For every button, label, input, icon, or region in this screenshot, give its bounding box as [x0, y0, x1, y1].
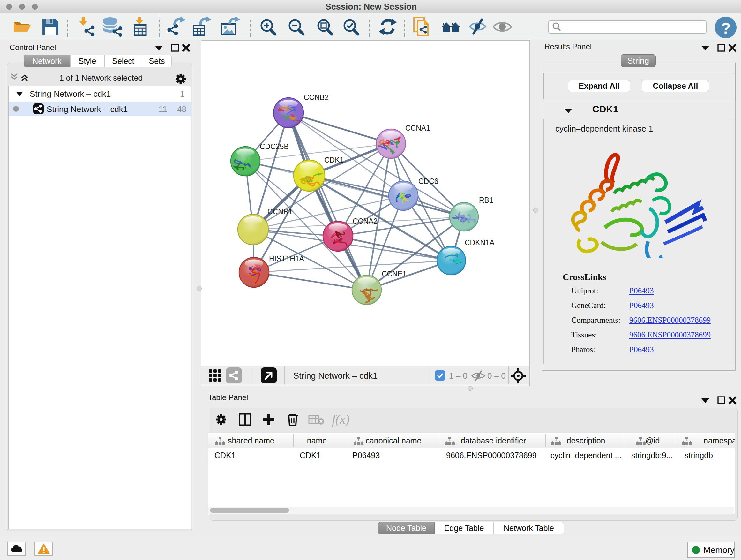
- svg-text:CDC6: CDC6: [418, 177, 439, 186]
- svg-text:HIST1H1A: HIST1H1A: [269, 254, 305, 263]
- svg-text:CCNA1: CCNA1: [405, 124, 430, 132]
- svg-text:CDC25B: CDC25B: [260, 142, 289, 151]
- svg-text:RB1: RB1: [479, 196, 493, 204]
- svg-text:CCNE1: CCNE1: [382, 270, 407, 278]
- svg-text:CCNB2: CCNB2: [304, 93, 329, 102]
- svg-text:CCNA2: CCNA2: [353, 217, 378, 226]
- svg-text:CDK1: CDK1: [324, 156, 344, 164]
- svg-text:CCNB1: CCNB1: [267, 207, 292, 216]
- svg-text:CDKN1A: CDKN1A: [465, 239, 495, 247]
